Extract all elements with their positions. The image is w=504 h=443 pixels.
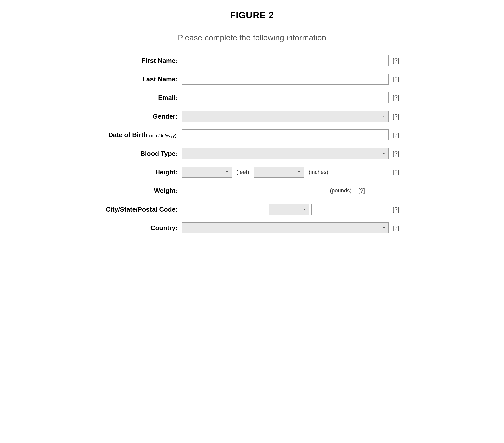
first-name-input[interactable]: [182, 55, 389, 66]
gender-row: Gender: Male Female Other [?]: [101, 111, 403, 122]
city-state-postal-inputs: AL AK AZ CA CO NY TX: [182, 204, 389, 215]
city-input[interactable]: [182, 204, 267, 215]
last-name-label: Last Name:: [101, 75, 182, 83]
pounds-label: (pounds): [330, 187, 352, 194]
first-name-help[interactable]: [?]: [393, 57, 403, 64]
country-select[interactable]: United States Canada United Kingdom Aust…: [182, 222, 389, 233]
weight-help[interactable]: [?]: [358, 187, 368, 194]
dob-input[interactable]: [182, 129, 389, 140]
height-row: Height: 4 5 6 7 (feet) 0 1 2 3 4 5 6 7 8: [101, 167, 403, 178]
city-state-postal-help[interactable]: [?]: [393, 206, 403, 213]
state-select[interactable]: AL AK AZ CA CO NY TX: [269, 204, 309, 215]
email-row: Email: [?]: [101, 92, 403, 103]
country-label: Country:: [101, 224, 182, 232]
page-title: FIGURE 2: [230, 10, 274, 21]
first-name-label: First Name:: [101, 57, 182, 65]
postal-input[interactable]: [311, 204, 364, 215]
gender-help[interactable]: [?]: [393, 113, 403, 120]
feet-label: (feet): [236, 169, 249, 175]
dob-label-text: Date of Birth (mm/dd/yyyy):: [108, 131, 178, 139]
first-name-row: First Name: [?]: [101, 55, 403, 66]
dob-label: Date of Birth (mm/dd/yyyy):: [101, 131, 182, 139]
country-help[interactable]: [?]: [393, 224, 403, 231]
last-name-row: Last Name: [?]: [101, 74, 403, 85]
weight-input[interactable]: [182, 185, 327, 196]
height-inches-select[interactable]: 0 1 2 3 4 5 6 7 8 9 10 11: [254, 167, 304, 178]
form-container: First Name: [?] Last Name: [?] Email: [?…: [101, 55, 403, 241]
blood-type-row: Blood Type: A+ A- B+ B- AB+ AB- O+ O- [?…: [101, 148, 403, 159]
blood-type-help[interactable]: [?]: [393, 150, 403, 157]
email-input[interactable]: [182, 92, 389, 103]
form-subtitle: Please complete the following informatio…: [178, 33, 326, 42]
height-label: Height:: [101, 168, 182, 176]
last-name-input[interactable]: [182, 74, 389, 85]
weight-label: Weight:: [101, 187, 182, 195]
inches-label: (inches): [309, 169, 328, 175]
dob-help[interactable]: [?]: [393, 131, 403, 138]
height-help[interactable]: [?]: [393, 169, 403, 176]
weight-row: Weight: (pounds) [?]: [101, 185, 403, 196]
city-state-postal-row: City/State/Postal Code: AL AK AZ CA CO N…: [101, 204, 403, 215]
country-row: Country: United States Canada United Kin…: [101, 222, 403, 233]
gender-select[interactable]: Male Female Other: [182, 111, 389, 122]
blood-type-label: Blood Type:: [101, 150, 182, 158]
email-help[interactable]: [?]: [393, 94, 403, 101]
gender-label: Gender:: [101, 113, 182, 120]
height-inputs: 4 5 6 7 (feet) 0 1 2 3 4 5 6 7 8 9 10 11: [182, 167, 389, 178]
dob-row: Date of Birth (mm/dd/yyyy): [?]: [101, 129, 403, 140]
last-name-help[interactable]: [?]: [393, 76, 403, 83]
email-label: Email:: [101, 94, 182, 102]
blood-type-select[interactable]: A+ A- B+ B- AB+ AB- O+ O-: [182, 148, 389, 159]
height-feet-select[interactable]: 4 5 6 7: [182, 167, 232, 178]
city-state-postal-label: City/State/Postal Code:: [101, 206, 182, 213]
